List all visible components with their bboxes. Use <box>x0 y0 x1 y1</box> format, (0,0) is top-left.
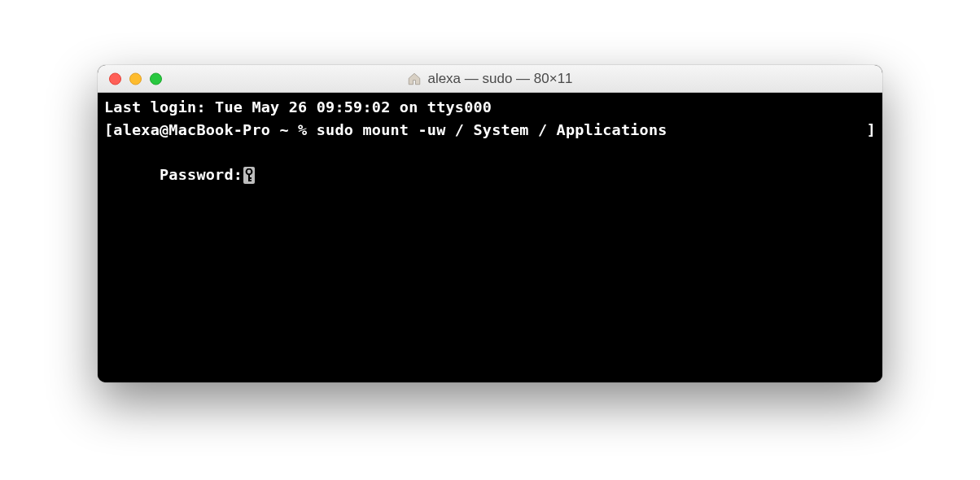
prompt-and-command: alexa@MacBook-Pro ~ % sudo mount -uw / S… <box>113 121 667 138</box>
terminal-window: alexa — sudo — 80×11 Last login: Tue May… <box>98 65 882 382</box>
minimize-button[interactable] <box>129 72 142 85</box>
window-title: alexa — sudo — 80×11 <box>427 71 572 87</box>
bracket-close: ] <box>867 119 876 142</box>
traffic-lights <box>109 72 162 85</box>
home-icon <box>407 72 422 86</box>
window-title-wrap: alexa — sudo — 80×11 <box>98 71 882 87</box>
titlebar: alexa — sudo — 80×11 <box>98 65 882 93</box>
key-icon <box>243 167 255 184</box>
terminal-body[interactable]: Last login: Tue May 26 09:59:02 on ttys0… <box>98 93 882 382</box>
svg-rect-3 <box>248 180 252 181</box>
bracket-open: [ <box>104 121 113 138</box>
terminal-line-password: Password: <box>104 142 876 209</box>
password-label: Password: <box>160 166 243 183</box>
zoom-button[interactable] <box>150 72 162 85</box>
close-button[interactable] <box>109 72 121 85</box>
terminal-line-last-login: Last login: Tue May 26 09:59:02 on ttys0… <box>104 96 876 119</box>
svg-rect-2 <box>248 177 252 179</box>
svg-point-0 <box>247 169 252 175</box>
terminal-line-command: [alexa@MacBook-Pro ~ % sudo mount -uw / … <box>104 119 876 142</box>
